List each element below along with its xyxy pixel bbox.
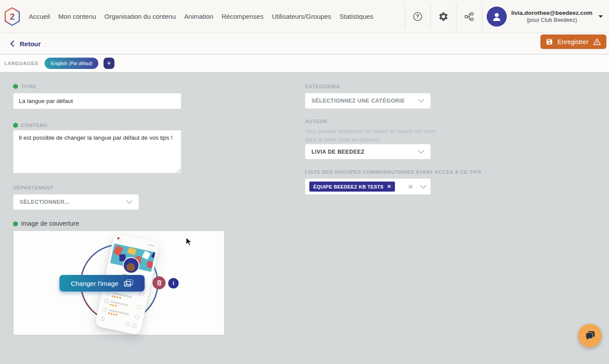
user-identity: livia.dorothee@beedeez.com (pour Club Be… (511, 10, 592, 24)
chat-bubbles-icon (584, 330, 596, 341)
help-button[interactable]: ? (405, 0, 430, 33)
org-chart-icon (464, 11, 474, 22)
author-value: LIVIA DE BEEDEEZ (311, 149, 364, 155)
svg-text:2: 2 (10, 12, 14, 21)
beedeez-logo-icon[interactable]: 2 (3, 7, 21, 27)
chevron-down-icon[interactable] (599, 15, 603, 18)
nav-animation[interactable]: Animation (184, 13, 214, 20)
languages-bar: LANGUAGES English (Par défaut) + (0, 55, 609, 72)
language-tag-english[interactable]: English (Par défaut) (45, 58, 98, 69)
cover-image-label: Image de couverture (13, 220, 79, 227)
categories-placeholder: SÉLECTIONNEZ UNE CATÉGORIE (311, 98, 405, 104)
back-button[interactable]: Retour (10, 33, 41, 54)
change-image-button[interactable]: Changer l'image (59, 275, 145, 292)
person-icon (491, 11, 502, 22)
user-organization: (pour Club Beedeez) (511, 17, 592, 24)
save-label: Enregistrer (557, 38, 588, 45)
mouse-cursor (186, 237, 193, 247)
gear-icon (438, 11, 449, 22)
help-icon: ? (412, 11, 423, 22)
nav-statistiques[interactable]: Statistiques (339, 13, 374, 20)
change-image-label: Changer l'image (71, 280, 118, 287)
chevron-down-icon (418, 150, 424, 154)
categories-label: CATÉGORIES (305, 84, 340, 89)
department-placeholder: SÉLECTIONNER... (20, 199, 69, 205)
add-language-button[interactable]: + (104, 58, 114, 69)
department-select[interactable]: SÉLECTIONNER... (13, 194, 139, 210)
author-label: AUTEUR (305, 119, 327, 124)
languages-label: LANGUAGES (4, 61, 38, 66)
content-textarea[interactable]: Il est possible de changer la langue par… (13, 130, 181, 173)
hierarchy-button[interactable] (457, 0, 482, 33)
user-email: livia.dorothee@beedeez.com (511, 10, 592, 17)
nav-utilisateurs-groupes[interactable]: Utilisateurs/Groupes (272, 13, 331, 20)
settings-button[interactable] (431, 0, 456, 33)
chat-support-button[interactable] (578, 324, 602, 347)
sub-toolbar: Retour Enregistrer (0, 33, 609, 54)
groups-multiselect[interactable]: ÉQUIPE BEEDEEZ KB TESTS ✕ ✕ (305, 179, 431, 195)
info-button[interactable]: i (168, 278, 179, 288)
author-hint: Vous pouvez rechercher un auteur en tapa… (305, 127, 436, 144)
nav-mon-contenu[interactable]: Mon contenu (58, 13, 96, 20)
required-hexagon-icon (13, 123, 18, 128)
save-button[interactable]: Enregistrer (540, 34, 606, 49)
group-tag-label: ÉQUIPE BEEDEEZ KB TESTS (313, 184, 384, 189)
back-label: Retour (20, 40, 41, 48)
svg-text:?: ? (416, 14, 419, 20)
language-name: English (51, 61, 67, 66)
required-hexagon-icon (13, 84, 18, 89)
clear-all-icon[interactable]: ✕ (408, 183, 413, 191)
delete-image-button[interactable] (152, 276, 166, 289)
nav-accueil[interactable]: Accueil (29, 13, 50, 20)
categories-select[interactable]: SÉLECTIONNEZ UNE CATÉGORIE (305, 93, 431, 109)
remove-tag-icon[interactable]: ✕ (387, 184, 391, 189)
chevron-down-icon (126, 200, 132, 204)
chevron-down-icon (420, 185, 426, 189)
main-nav: Accueil Mon contenu Organisation du cont… (29, 13, 374, 20)
save-floppy-icon (546, 38, 553, 45)
groups-label: LISTE DES GROUPES COMMUNAUTAIRES AYANT A… (305, 169, 481, 175)
title-label: TITRE (13, 84, 37, 89)
user-menu[interactable]: livia.dorothee@beedeez.com (pour Club Be… (482, 7, 609, 27)
trash-icon (156, 280, 162, 286)
language-default-suffix: (Par défaut) (69, 61, 92, 66)
chevron-left-icon (10, 40, 14, 47)
required-hexagon-icon (13, 221, 18, 227)
image-icon (124, 279, 133, 288)
author-select[interactable]: LIVIA DE BEEDEEZ (305, 144, 431, 159)
content-label: CONTENU (13, 123, 47, 128)
cover-image-card: Changer l'image i (13, 230, 225, 335)
chevron-down-icon (418, 99, 424, 103)
user-avatar (487, 7, 507, 27)
group-tag[interactable]: ÉQUIPE BEEDEEZ KB TESTS ✕ (309, 182, 395, 192)
warning-icon (593, 38, 601, 45)
top-navbar: 2 Accueil Mon contenu Organisation du co… (0, 0, 609, 33)
nav-recompenses[interactable]: Récompenses (221, 13, 263, 20)
header-right: ? (405, 0, 609, 33)
department-label: DÉPARTEMENT (13, 185, 53, 190)
title-input[interactable] (13, 93, 181, 109)
beedeez-admin-app: 2 Accueil Mon contenu Organisation du co… (0, 0, 609, 364)
nav-organisation-du-contenu[interactable]: Organisation du contenu (104, 13, 176, 20)
